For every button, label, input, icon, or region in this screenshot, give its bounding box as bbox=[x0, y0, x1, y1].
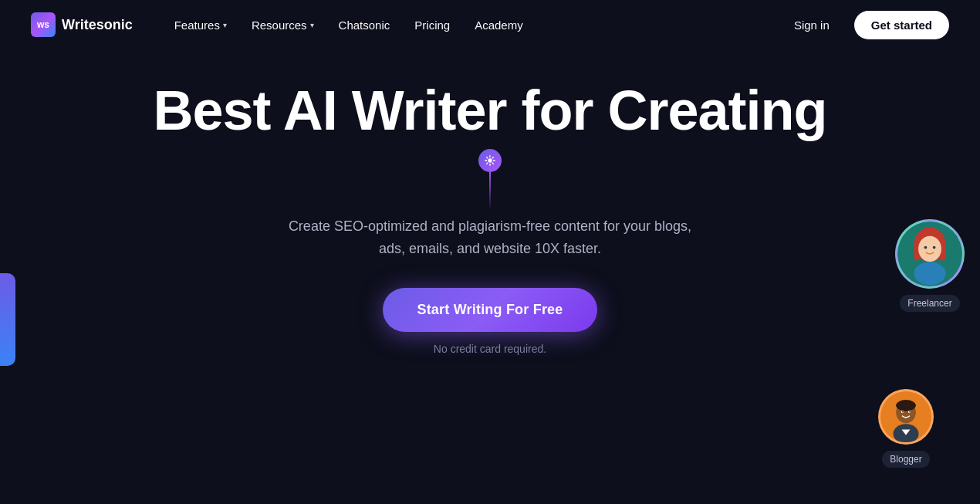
logo-icon: ws bbox=[31, 12, 56, 37]
hero-subtitle: Create SEO-optimized and plagiarism-free… bbox=[274, 215, 706, 260]
nav-item-chatsonic[interactable]: Chatsonic bbox=[328, 12, 401, 38]
svg-point-14 bbox=[902, 411, 904, 413]
left-decoration bbox=[0, 273, 15, 366]
nav-links: Features ▾ Resources ▾ Chatsonic Pricing… bbox=[164, 12, 785, 38]
nav-item-academy[interactable]: Academy bbox=[464, 12, 534, 38]
chevron-down-icon: ▾ bbox=[310, 21, 314, 29]
blogger-label: Blogger bbox=[882, 451, 929, 468]
logo-link[interactable]: ws Writesonic bbox=[31, 12, 133, 37]
blogger-avatar-area: Blogger bbox=[878, 389, 934, 468]
typing-line bbox=[489, 172, 491, 211]
get-started-button[interactable]: Get started bbox=[854, 11, 949, 39]
svg-point-7 bbox=[933, 246, 936, 249]
svg-point-8 bbox=[914, 262, 945, 285]
cta-button[interactable]: Start Writing For Free bbox=[383, 288, 596, 332]
svg-point-11 bbox=[896, 400, 916, 411]
chevron-down-icon: ▾ bbox=[223, 21, 227, 29]
svg-point-6 bbox=[924, 246, 928, 249]
svg-point-5 bbox=[918, 236, 941, 262]
typing-dot-icon bbox=[478, 149, 502, 172]
svg-point-15 bbox=[909, 411, 911, 413]
nav-item-resources[interactable]: Resources ▾ bbox=[241, 12, 325, 38]
nav-right: Sign in Get started bbox=[785, 11, 949, 39]
freelancer-avatar bbox=[895, 219, 965, 289]
hero-title: Best AI Writer for Creating bbox=[153, 80, 826, 141]
freelancer-label: Freelancer bbox=[900, 295, 959, 312]
hero-section: Best AI Writer for Creating Create SEO-o… bbox=[0, 49, 980, 355]
logo-text: Writesonic bbox=[62, 17, 133, 33]
nav-item-features[interactable]: Features ▾ bbox=[164, 12, 238, 38]
typing-indicator bbox=[478, 149, 502, 211]
blogger-avatar bbox=[878, 389, 934, 445]
sign-in-button[interactable]: Sign in bbox=[785, 12, 839, 38]
no-credit-card-text: No credit card required. bbox=[434, 343, 546, 355]
freelancer-avatar-area: Freelancer bbox=[895, 219, 965, 312]
svg-point-0 bbox=[488, 159, 492, 163]
navbar: ws Writesonic Features ▾ Resources ▾ Cha… bbox=[0, 0, 980, 49]
nav-item-pricing[interactable]: Pricing bbox=[404, 12, 461, 38]
